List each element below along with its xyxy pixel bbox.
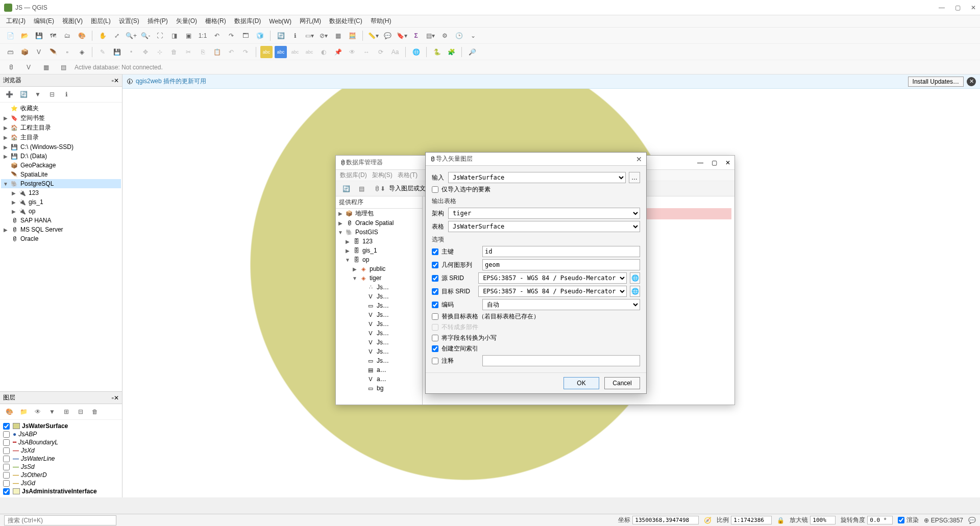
properties-icon[interactable]: ℹ [60, 88, 72, 101]
field-calculator-icon[interactable]: 🧮 [346, 30, 358, 42]
crs-button[interactable]: ⊕ EPSG:3857 [924, 517, 963, 524]
node-tool-icon[interactable]: ⊹ [154, 46, 166, 58]
close-dialog-button[interactable]: ✕ [636, 155, 642, 163]
target-srid-select[interactable]: EPSG:3857 - WGS 84 / Pseudo-Mercator [478, 286, 627, 297]
menu-view[interactable]: 视图(V) [59, 16, 86, 27]
maximize-button[interactable]: ▢ [955, 4, 961, 11]
scale-input[interactable] [731, 516, 772, 524]
new-map-view-icon[interactable]: 🗔 [239, 30, 252, 42]
layer-item[interactable]: ●JsABP [2, 430, 120, 438]
db-tree-item[interactable]: ▶◈public [336, 264, 422, 273]
rotation-input[interactable] [867, 516, 893, 524]
db-tree-item[interactable]: ▶🗄123 [336, 237, 422, 246]
db-tree-item[interactable]: VJs… [336, 310, 422, 319]
browse-button[interactable]: … [629, 172, 640, 183]
browser-item[interactable]: ▶🔌123 [1, 188, 121, 197]
add-layer-icon[interactable]: ➕ [3, 88, 15, 101]
target-srid-checkbox[interactable] [432, 288, 438, 295]
delete-selected-icon[interactable]: 🗑 [168, 46, 180, 58]
browser-item[interactable]: ▶💾D:\ (Data) [1, 152, 121, 161]
menu-raster[interactable]: 栅格(R) [202, 16, 229, 27]
browser-item[interactable]: ⭐收藏夹 [1, 104, 121, 113]
browser-item[interactable]: 🛢Oracle [1, 234, 121, 243]
toggle-editing-icon[interactable]: ✎ [96, 46, 109, 58]
metasearch-icon[interactable]: 🔎 [466, 46, 478, 58]
filter-icon[interactable]: ⌄ [467, 30, 479, 42]
lowercase-checkbox[interactable] [432, 335, 438, 341]
open-project-icon[interactable]: 📂 [18, 30, 31, 42]
db-tree-item[interactable]: ▶🛢Oracle Spatial [336, 218, 422, 228]
layer-styling-icon[interactable]: 🎨 [3, 406, 15, 418]
toolbox-icon[interactable]: ⚙ [438, 30, 451, 42]
raster-filter-icon[interactable]: ▦ [40, 61, 52, 73]
geom-column-checkbox[interactable] [432, 262, 438, 268]
menu-mesh[interactable]: 网孔(M) [297, 16, 324, 27]
save-edits-icon[interactable]: 💾 [111, 46, 123, 58]
db-tree-item[interactable]: ▭Js… [336, 301, 422, 310]
save-project-icon[interactable]: 💾 [33, 30, 45, 42]
manage-visibility-icon[interactable]: 👁 [32, 406, 44, 418]
label-tool2-icon[interactable]: abc [303, 46, 315, 58]
sql-window-icon[interactable]: ▤ [57, 61, 69, 73]
zoom-last-icon[interactable]: ↶ [211, 30, 223, 42]
db-tree-item[interactable]: ▭Js… [336, 356, 422, 365]
encoding-select[interactable]: 自动 [482, 299, 640, 310]
new-shapefile-icon[interactable]: V [33, 46, 45, 58]
maximize-button[interactable]: ▢ [712, 159, 717, 166]
menu-web[interactable]: Web(W) [266, 17, 295, 26]
import-layer-icon[interactable]: 🛢⬇ [374, 183, 386, 195]
messages-icon[interactable]: 💬 [968, 517, 976, 524]
data-source-manager-icon[interactable]: 🗃 [4, 46, 16, 58]
install-updates-button[interactable]: Install Updates… [908, 77, 964, 87]
add-group-icon[interactable]: 📁 [17, 406, 30, 418]
menu-layer[interactable]: 图层(L) [88, 16, 114, 27]
layer-item[interactable]: —JsXd [2, 446, 120, 455]
menu-edit[interactable]: 编辑(E) [31, 16, 57, 27]
render-checkbox[interactable] [898, 517, 904, 523]
db-tree-item[interactable]: ∴Js… [336, 283, 422, 292]
expand-all-icon[interactable]: ⊞ [60, 406, 72, 418]
encoding-checkbox[interactable] [432, 302, 438, 308]
vector-filter-icon[interactable]: V [22, 61, 35, 73]
redo-icon[interactable]: ↷ [239, 46, 252, 58]
close-button[interactable]: ✕ [725, 159, 730, 166]
refresh-icon[interactable]: 🔄 [340, 183, 352, 195]
db-tree-item[interactable]: ▤a… [336, 365, 422, 374]
browser-item[interactable]: ▶🏠主目录 [1, 133, 121, 142]
menu-vector[interactable]: 矢量(O) [173, 16, 200, 27]
pin-labels-icon[interactable]: 📌 [332, 46, 344, 58]
browser-item[interactable]: ▶🔖空间书签 [1, 113, 121, 123]
new-memory-layer-icon[interactable]: ▫ [61, 46, 74, 58]
db-tree-item[interactable]: ▶📦地理包 [336, 209, 422, 218]
only-selected-checkbox[interactable] [432, 186, 438, 193]
undo-icon[interactable]: ↶ [225, 46, 237, 58]
browser-item[interactable]: 📦GeoPackage [1, 161, 121, 170]
close-panel-icon[interactable]: ✕ [114, 77, 119, 84]
move-feature-icon[interactable]: ✥ [139, 46, 152, 58]
minimize-button[interactable]: — [939, 4, 945, 11]
menu-project[interactable]: 工程(J) [3, 16, 29, 27]
cancel-button[interactable]: Cancel [604, 377, 640, 389]
open-attribute-table-icon[interactable]: ▦ [332, 30, 344, 42]
change-label-icon[interactable]: Aa [389, 46, 401, 58]
dbmgr-menu-schema[interactable]: 架构(S) [372, 171, 393, 180]
filter-legend-icon[interactable]: ▼ [46, 406, 58, 418]
identify-icon[interactable]: ℹ [289, 30, 301, 42]
browser-item[interactable]: ▶🏠工程主目录 [1, 123, 121, 133]
pan-to-selection-icon[interactable]: ⤢ [111, 30, 123, 42]
zoom-out-icon[interactable]: 🔍- [139, 30, 152, 42]
primary-key-checkbox[interactable] [432, 248, 438, 255]
close-button[interactable]: ✕ [971, 4, 976, 11]
db-tree-item[interactable]: VJs… [336, 338, 422, 347]
new-virtual-layer-icon[interactable]: ◈ [76, 46, 88, 58]
db-tree-item[interactable]: ▼🐘PostGIS [336, 228, 422, 237]
primary-key-input[interactable] [482, 246, 640, 257]
close-panel-icon[interactable]: ✕ [114, 394, 119, 402]
qgis2web-icon[interactable]: 🌐 [410, 46, 422, 58]
db-providers-tree[interactable]: ▶📦地理包▶🛢Oracle Spatial▼🐘PostGIS▶🗄123▶🗄gis… [336, 209, 422, 393]
map-tips-icon[interactable]: 💬 [381, 30, 394, 42]
db-icon[interactable]: 🛢 [5, 61, 17, 73]
new-print-layout-icon[interactable]: 🗺 [47, 30, 59, 42]
input-layer-select[interactable]: JsWaterSurface [448, 172, 626, 183]
browser-item[interactable]: ▶🔌op [1, 207, 121, 216]
